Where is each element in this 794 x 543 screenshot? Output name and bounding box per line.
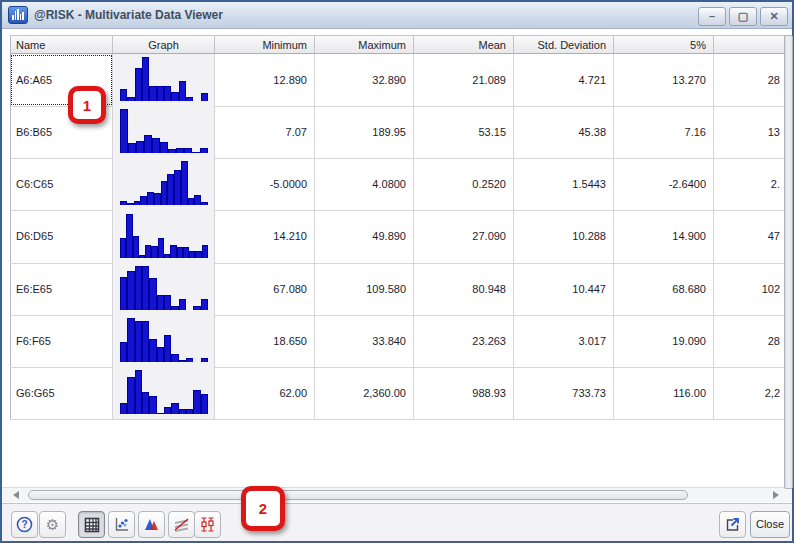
horizontal-scrollbar[interactable] <box>2 487 792 502</box>
histogram-thumbnail[interactable] <box>120 370 208 414</box>
table-cell-std[interactable]: 10.447 <box>514 263 614 315</box>
scroll-right-icon[interactable] <box>773 491 779 499</box>
histogram-thumbnail[interactable] <box>120 57 208 101</box>
table-cell-min[interactable]: 62.00 <box>215 367 315 419</box>
close-window-button[interactable]: ✕ <box>760 7 788 26</box>
table-cell-std[interactable]: 1.5443 <box>514 158 614 210</box>
table-cell-min[interactable]: -5.0000 <box>215 158 315 210</box>
histogram-bar <box>149 278 156 310</box>
horizontal-scrollbar-thumb[interactable] <box>28 490 688 500</box>
histogram-bar <box>136 141 144 153</box>
help-button[interactable]: ? <box>11 511 38 538</box>
layered-lines-button[interactable] <box>168 511 195 538</box>
table-cell-name[interactable]: G6:G65 <box>10 367 113 419</box>
graph-cell[interactable] <box>113 106 215 158</box>
table-cell-std[interactable]: 10.288 <box>514 210 614 262</box>
histogram-bar <box>161 181 168 205</box>
scroll-left-icon[interactable] <box>13 491 19 499</box>
histogram-bar <box>164 335 171 362</box>
graph-cell[interactable] <box>113 158 215 210</box>
scatter-plot-icon <box>113 516 130 533</box>
graph-cell[interactable] <box>113 54 215 106</box>
table-cell-p5[interactable]: -2.6400 <box>614 158 714 210</box>
table-cell-min[interactable]: 67.080 <box>215 263 315 315</box>
graph-cell[interactable] <box>113 367 215 419</box>
table-cell-last[interactable]: 28 <box>714 315 788 367</box>
table-cell-p5[interactable]: 116.00 <box>614 367 714 419</box>
histogram-bar <box>135 370 142 414</box>
table-cell-max[interactable]: 4.0800 <box>315 158 414 210</box>
table-cell-last[interactable]: 47 <box>714 210 788 262</box>
table-cell-mean[interactable]: 53.15 <box>414 106 514 158</box>
table-cell-min[interactable]: 7.07 <box>215 106 315 158</box>
histogram-thumbnail[interactable] <box>120 318 208 362</box>
column-header-name[interactable]: Name <box>10 35 113 54</box>
table-cell-max[interactable]: 49.890 <box>315 210 414 262</box>
histogram-bar <box>157 347 164 362</box>
box-plot-icon <box>199 516 216 533</box>
table-view-button[interactable] <box>78 511 105 538</box>
table-cell-mean[interactable]: 988.93 <box>414 367 514 419</box>
graph-cell[interactable] <box>113 315 215 367</box>
box-plot-button[interactable] <box>194 511 221 538</box>
column-header-p5[interactable]: 5% <box>614 35 714 54</box>
table-cell-max[interactable]: 109.580 <box>315 263 414 315</box>
histogram-thumbnail[interactable] <box>120 161 208 205</box>
table-cell-last[interactable]: 102 <box>714 263 788 315</box>
histogram-thumbnail[interactable] <box>120 109 208 153</box>
settings-button[interactable]: ⚙ <box>39 511 66 538</box>
column-header-std[interactable]: Std. Deviation <box>514 35 614 54</box>
table-cell-p5[interactable]: 19.090 <box>614 315 714 367</box>
histogram-bar <box>128 143 136 153</box>
table-cell-mean[interactable]: 80.948 <box>414 263 514 315</box>
table-cell-mean[interactable]: 27.090 <box>414 210 514 262</box>
table-cell-max[interactable]: 189.95 <box>315 106 414 158</box>
table-cell-mean[interactable]: 21.089 <box>414 54 514 106</box>
minimize-button[interactable]: – <box>698 7 726 26</box>
column-header-min[interactable]: Minimum <box>215 35 315 54</box>
histogram-bar <box>135 321 142 362</box>
column-header-mean[interactable]: Mean <box>414 35 514 54</box>
table-cell-max[interactable]: 33.840 <box>315 315 414 367</box>
table-cell-mean[interactable]: 0.2520 <box>414 158 514 210</box>
table-cell-p5[interactable]: 13.270 <box>614 54 714 106</box>
histogram-bar <box>160 142 168 153</box>
table-cell-std[interactable]: 4.721 <box>514 54 614 106</box>
table-cell-min[interactable]: 14.210 <box>215 210 315 262</box>
table-cell-max[interactable]: 2,360.00 <box>315 367 414 419</box>
table-cell-name[interactable]: E6:E65 <box>10 263 113 315</box>
distribution-overlay-button[interactable] <box>138 511 165 538</box>
histogram-thumbnail[interactable] <box>120 266 208 310</box>
column-header-max[interactable]: Maximum <box>315 35 414 54</box>
table-cell-p5[interactable]: 68.680 <box>614 263 714 315</box>
table-cell-min[interactable]: 18.650 <box>215 315 315 367</box>
export-button[interactable] <box>719 511 746 538</box>
table-cell-name[interactable]: F6:F65 <box>10 315 113 367</box>
table-cell-std[interactable]: 3.017 <box>514 315 614 367</box>
table-cell-p5[interactable]: 14.900 <box>614 210 714 262</box>
risk-histogram-app-icon <box>8 6 28 24</box>
title-bar: @RISK - Multivariate Data Viewer – ▢ ✕ <box>2 2 792 29</box>
table-cell-name[interactable]: C6:C65 <box>10 158 113 210</box>
table-cell-max[interactable]: 32.890 <box>315 54 414 106</box>
table-cell-min[interactable]: 12.890 <box>215 54 315 106</box>
table-cell-mean[interactable]: 23.263 <box>414 315 514 367</box>
vertical-scrollbar[interactable] <box>784 35 793 489</box>
graph-cell[interactable] <box>113 263 215 315</box>
table-cell-last[interactable]: 2. <box>714 158 788 210</box>
graph-cell[interactable] <box>113 210 215 262</box>
table-cell-p5[interactable]: 7.16 <box>614 106 714 158</box>
close-button[interactable]: Close <box>750 511 790 538</box>
histogram-bar <box>184 148 192 153</box>
table-cell-last[interactable]: 13 <box>714 106 788 158</box>
table-cell-last[interactable]: 28 <box>714 54 788 106</box>
table-cell-std[interactable]: 733.73 <box>514 367 614 419</box>
scatter-plot-button[interactable] <box>108 511 135 538</box>
maximize-button[interactable]: ▢ <box>729 7 757 26</box>
histogram-thumbnail[interactable] <box>120 214 208 258</box>
table-cell-name[interactable]: D6:D65 <box>10 210 113 262</box>
table-cell-std[interactable]: 45.38 <box>514 106 614 158</box>
table-cell-last[interactable]: 2,2 <box>714 367 788 419</box>
column-header-graph[interactable]: Graph <box>113 35 215 54</box>
column-header-last[interactable] <box>714 35 788 54</box>
